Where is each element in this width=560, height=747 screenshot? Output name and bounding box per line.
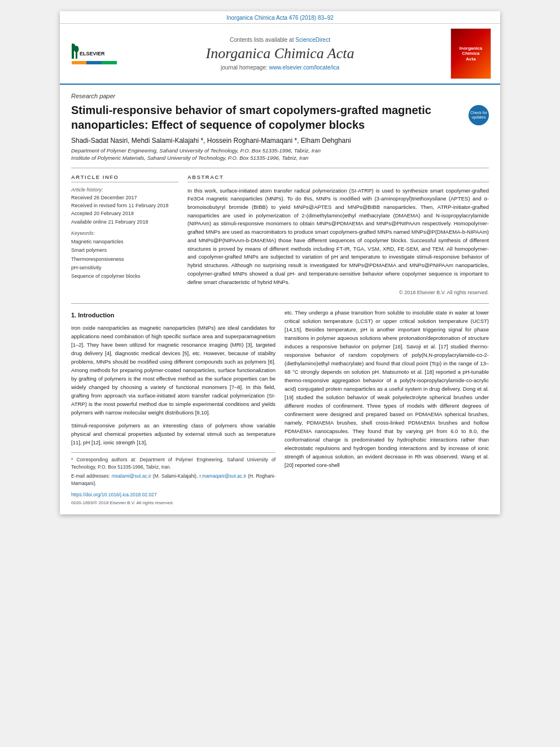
science-direct-info: Contents lists available at ScienceDirec… [120,37,440,43]
elsevier-logo-icon: ELSEVIER [72,43,117,61]
journal-cover-area: InorganicaChimicaActa [440,28,491,79]
body-right-column: etc. They undergo a phase transition fro… [285,308,489,506]
copyright-text: © 2018 Elsevier B.V. All rights reserved… [187,290,489,295]
intro-para2: Stimuli-responsive polymers as an intere… [71,421,275,447]
svg-text:ELSEVIER: ELSEVIER [80,51,105,56]
affiliation-2: Institute of Polymeric Materials, Sahand… [71,154,489,161]
intro-section-num: 1. [71,312,76,318]
article-content: Research paper Stimuli-responsive behavi… [60,85,500,514]
journal-homepage: journal homepage: www.elsevier.com/locat… [120,64,440,71]
email2-link[interactable]: r.mamaqani@sut.ac.ir [199,473,246,479]
affiliations: Department of Polymer Engineering, Sahan… [71,147,489,162]
keyword-2: Smart polymers [71,246,178,255]
email1-link[interactable]: msalami@sut.ac.ir [112,473,151,479]
journal-title: Inorganica Chimica Acta [120,45,440,62]
journal-header: ELSEVIER Contents lists available at Sci… [60,24,500,85]
keyword-3: Thermoresponsiveness [71,255,178,264]
science-direct-link[interactable]: ScienceDirect [295,37,330,43]
check-update-badge: Check for updates [469,105,489,125]
email-line: E-mail addresses: msalami@sut.ac.ir (M. … [71,473,275,487]
revised-date: Received in revised form 11 February 201… [71,202,178,209]
abstract-text: In this work, surface-initiated atom tra… [187,187,489,287]
abstract-column: Abstract In this work, surface-initiated… [187,174,489,296]
keyword-1: Magnetic nanoparticles [71,238,178,246]
doi-link[interactable]: https://doi.org/10.1016/j.ica.2018.02.02… [71,491,275,499]
article-info-heading: Article info [71,174,178,182]
cover-title-text: InorganicaChimicaActa [460,46,482,62]
article-title: Stimuli-responsive behavior of smart cop… [71,103,463,132]
journal-ref-text: Inorganica Chimica Acta 476 (2018) 83–92 [226,15,334,21]
keywords-label: Keywords: [71,230,178,236]
body-right-para1: etc. They undergo a phase transition fro… [285,308,489,469]
article-info-column: Article info Article history: Received 2… [71,174,178,296]
doi-href[interactable]: https://doi.org/10.1016/j.ica.2018.02.02… [71,492,157,497]
homepage-label: journal homepage: [221,64,268,71]
authors-text: Shadi-Sadat Nasiri, Mehdi Salami-Kalajah… [71,137,351,145]
elsevier-logo: ELSEVIER [69,43,120,64]
article-title-row: Stimuli-responsive behavior of smart cop… [71,103,489,132]
svg-point-3 [75,46,79,53]
keyword-4: pH-sensitivity [71,264,178,272]
received-date: Received 26 December 2017 [71,194,178,202]
check-update-text: Check for updates [469,111,489,119]
contents-label: Contents lists available at [230,37,294,43]
info-abstract-section: Article info Article history: Received 2… [71,168,489,296]
body-section: 1. Introduction Iron oxide nanoparticles… [71,303,489,506]
available-date: Available online 21 February 2018 [71,218,178,226]
email1-author: (M. Salami-Kalajahi), [153,473,198,479]
paper-type-label: Research paper [71,93,489,99]
intro-section-name: Introduction [78,312,114,318]
keywords-list: Magnetic nanoparticles Smart polymers Th… [71,238,178,281]
elsevier-logo-area: ELSEVIER [69,43,120,64]
journal-reference-bar: Inorganica Chimica Acta 476 (2018) 83–92 [60,11,500,24]
homepage-link[interactable]: www.elsevier.com/locate/ica [269,64,340,71]
elsevier-color-stripe [72,61,117,64]
abstract-heading: Abstract [187,174,489,182]
journal-center-info: Contents lists available at ScienceDirec… [120,37,440,71]
accepted-date: Accepted 20 February 2018 [71,209,178,217]
keyword-5: Sequence of copolymer blocks [71,272,178,281]
intro-section-title: 1. Introduction [71,311,275,320]
corresponding-author-note: * Corresponding authors at: Department o… [71,456,275,471]
history-label: Article history: [71,187,178,193]
authors-line: Shadi-Sadat Nasiri, Mehdi Salami-Kalajah… [71,137,489,145]
issn-text: 0020-1693/© 2018 Elsevier B.V. All right… [71,500,275,506]
intro-para1: Iron oxide nanoparticles as magnetic nan… [71,324,275,417]
article-dates: Received 26 December 2017 Received in re… [71,194,178,226]
body-left-column: 1. Introduction Iron oxide nanoparticles… [71,308,275,506]
email-label: E-mail addresses: [71,473,110,479]
footnote-area: * Corresponding authors at: Department o… [71,452,275,506]
affiliation-1: Department of Polymer Engineering, Sahan… [71,147,489,154]
journal-cover-image: InorganicaChimicaActa [450,28,491,79]
page: Inorganica Chimica Acta 476 (2018) 83–92… [60,11,500,514]
